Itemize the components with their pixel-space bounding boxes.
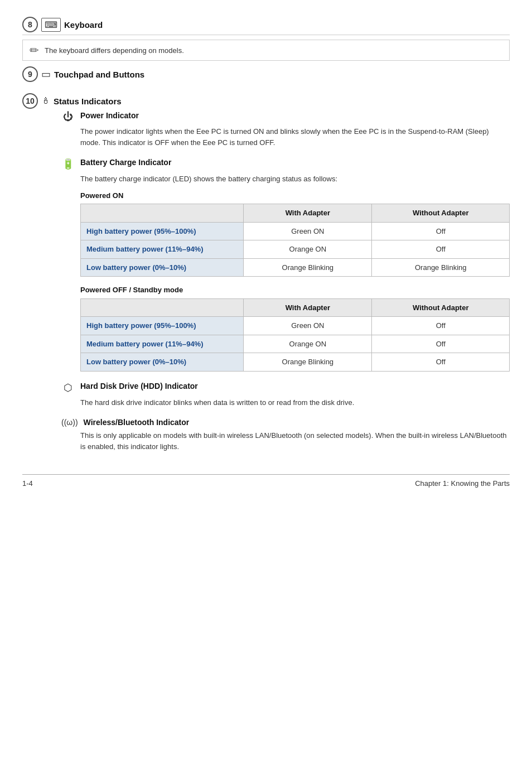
note-icon: ✏ xyxy=(30,44,39,57)
keyboard-note-box: ✏ The keyboard differs depending on mode… xyxy=(22,40,510,61)
wireless-indicator-header: ((ω)) Wireless/Bluetooth Indicator xyxy=(61,418,510,427)
status-content-area: ⏻ Power Indicator The power indicator li… xyxy=(61,111,510,452)
wireless-indicator-subsection: ((ω)) Wireless/Bluetooth Indicator This … xyxy=(61,418,510,452)
section-number-9: 9 xyxy=(22,66,38,82)
with-adapter-cell: Orange ON xyxy=(244,240,372,259)
battery-charge-header: 🔋 Battery Charge Indicator xyxy=(61,158,510,170)
wireless-indicator-text: This is only applicable on models with b… xyxy=(80,430,510,452)
battery-charge-subsection: 🔋 Battery Charge Indicator The battery c… xyxy=(61,158,510,372)
table-row: Medium battery power (11%–94%) Orange ON… xyxy=(81,335,510,353)
section-number-8: 8 xyxy=(22,17,38,32)
without-adapter-cell: Off xyxy=(372,317,510,335)
wireless-indicator-title: Wireless/Bluetooth Indicator xyxy=(84,418,190,427)
page-container: 8 ⌨ Keyboard ✏ The keyboard differs depe… xyxy=(22,17,510,488)
row-label: Medium battery power (11%–94%) xyxy=(81,335,244,353)
keyboard-title: Keyboard xyxy=(64,20,103,30)
powered-off-empty-header xyxy=(81,298,244,317)
powered-on-label: Powered ON xyxy=(80,190,510,201)
with-adapter-cell: Orange ON xyxy=(244,335,372,353)
touchpad-icon: ▭ xyxy=(41,68,51,80)
with-adapter-cell: Orange Blinking xyxy=(244,258,372,277)
power-icon: ⏻ xyxy=(61,111,75,123)
powered-off-label: Powered OFF / Standby mode xyxy=(80,285,510,296)
power-indicator-title: Power Indicator xyxy=(80,111,139,120)
status-indicators-section: 10 🕯 Status Indicators ⏻ Power Indicator… xyxy=(22,93,510,452)
keyboard-section: 8 ⌨ Keyboard ✏ The keyboard differs depe… xyxy=(22,17,510,61)
keyboard-note-text: The keyboard differs depending on models… xyxy=(45,46,184,55)
powered-on-table: With Adapter Without Adapter High batter… xyxy=(80,204,510,277)
power-indicator-subsection: ⏻ Power Indicator The power indicator li… xyxy=(61,111,510,148)
power-indicator-header: ⏻ Power Indicator xyxy=(61,111,510,123)
hdd-icon: ⬡ xyxy=(61,382,75,394)
row-label: High battery power (95%–100%) xyxy=(81,317,244,335)
with-adapter-cell: Green ON xyxy=(244,222,372,240)
table-row: Low battery power (0%–10%) Orange Blinki… xyxy=(81,258,510,277)
battery-charge-title: Battery Charge Indicator xyxy=(80,158,171,167)
touchpad-title: Touchpad and Buttons xyxy=(54,70,144,79)
section-number-10: 10 xyxy=(22,93,38,109)
row-label: High battery power (95%–100%) xyxy=(81,222,244,240)
without-adapter-cell: Orange Blinking xyxy=(372,258,510,277)
wireless-icon: ((ω)) xyxy=(61,418,78,427)
status-indicators-title: Status Indicators xyxy=(54,97,122,106)
powered-off-without-adapter-header: Without Adapter xyxy=(372,298,510,317)
battery-icon: 🔋 xyxy=(61,158,75,170)
with-adapter-cell: Orange Blinking xyxy=(244,353,372,372)
hdd-indicator-subsection: ⬡ Hard Disk Drive (HDD) Indicator The ha… xyxy=(61,382,510,408)
table-row: Medium battery power (11%–94%) Orange ON… xyxy=(81,240,510,259)
status-icon: 🕯 xyxy=(41,96,50,106)
powered-on-empty-header xyxy=(81,204,244,223)
table-row: High battery power (95%–100%) Green ON O… xyxy=(81,317,510,335)
battery-charge-area: The battery charge indicator (LED) shows… xyxy=(80,173,510,372)
table-row: High battery power (95%–100%) Green ON O… xyxy=(81,222,510,240)
keyboard-icon: ⌨ xyxy=(41,18,61,32)
powered-on-without-adapter-header: Without Adapter xyxy=(372,204,510,223)
with-adapter-cell: Green ON xyxy=(244,317,372,335)
table-row: Low battery power (0%–10%) Orange Blinki… xyxy=(81,353,510,372)
chapter-label: Chapter 1: Knowing the Parts xyxy=(415,479,510,488)
powered-off-with-adapter-header: With Adapter xyxy=(244,298,372,317)
powered-off-table: With Adapter Without Adapter High batter… xyxy=(80,298,510,372)
without-adapter-cell: Off xyxy=(372,222,510,240)
power-indicator-text: The power indicator lights when the Eee … xyxy=(80,126,510,148)
hdd-indicator-text: The hard disk drive indicator blinks whe… xyxy=(80,397,510,408)
hdd-indicator-header: ⬡ Hard Disk Drive (HDD) Indicator xyxy=(61,382,510,394)
battery-charge-intro: The battery charge indicator (LED) shows… xyxy=(80,173,510,185)
without-adapter-cell: Off xyxy=(372,240,510,259)
powered-on-with-adapter-header: With Adapter xyxy=(244,204,372,223)
row-label: Medium battery power (11%–94%) xyxy=(81,240,244,259)
keyboard-divider xyxy=(22,35,510,35)
footer: 1-4 Chapter 1: Knowing the Parts xyxy=(22,474,510,488)
without-adapter-cell: Off xyxy=(372,353,510,372)
touchpad-section: 9 ▭ Touchpad and Buttons xyxy=(22,66,510,82)
row-label: Low battery power (0%–10%) xyxy=(81,353,244,372)
page-number: 1-4 xyxy=(22,479,33,488)
row-label: Low battery power (0%–10%) xyxy=(81,258,244,277)
without-adapter-cell: Off xyxy=(372,335,510,353)
hdd-indicator-title: Hard Disk Drive (HDD) Indicator xyxy=(80,382,198,390)
